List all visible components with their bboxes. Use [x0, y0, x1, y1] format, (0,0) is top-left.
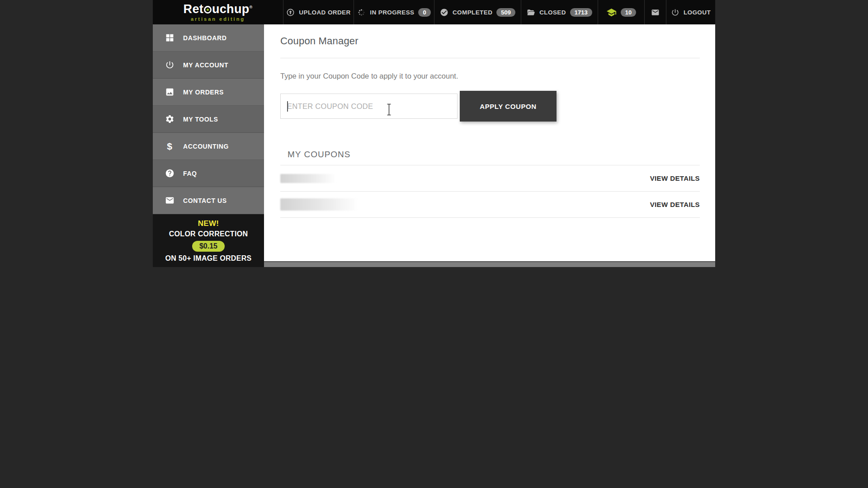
my-coupons-title: MY COUPONS: [280, 150, 700, 160]
check-circle-icon: [440, 8, 448, 17]
upload-circle-icon: [286, 8, 295, 17]
completed-count-badge: 509: [496, 8, 515, 17]
coupon-form: APPLY COUPON: [280, 91, 700, 122]
rewards-count-badge: 10: [621, 8, 636, 17]
coupon-row: VIEW DETAILS: [280, 165, 700, 192]
brand-logo[interactable]: Retuchup® artisan editing: [153, 0, 283, 24]
gear-icon: [165, 114, 175, 124]
brand-wordmark: Retuchup®: [184, 3, 253, 15]
sidebar-item-faq[interactable]: FAQ: [153, 160, 264, 187]
nav-in-progress-label: IN PROGRESS: [370, 9, 414, 16]
content-column: Coupon Manager Type in your Coupon Code …: [264, 24, 715, 267]
coupon-code-input[interactable]: [280, 94, 458, 119]
redacted-coupon-name: [280, 198, 359, 211]
envelope-icon: [651, 8, 660, 17]
redacted-coupon-name: [280, 174, 336, 183]
nav-completed[interactable]: COMPLETED 509: [434, 0, 521, 24]
nav-logout[interactable]: LOGOUT: [666, 0, 715, 24]
view-details-link[interactable]: VIEW DETAILS: [650, 201, 700, 208]
view-details-link[interactable]: VIEW DETAILS: [650, 174, 700, 182]
sidebar: DASHBOARD MY ACCOUNT MY ORDERS MY TOOLS: [153, 24, 264, 267]
coupon-instruction-text: Type in your Coupon Code to apply it to …: [280, 72, 700, 80]
nav-upload-order-label: UPLOAD ORDER: [299, 9, 350, 16]
nav-rewards[interactable]: 10: [598, 0, 644, 24]
coupon-manager-page: Coupon Manager Type in your Coupon Code …: [264, 24, 715, 261]
sidebar-item-my-account[interactable]: MY ACCOUNT: [153, 52, 264, 79]
main-area: DASHBOARD MY ACCOUNT MY ORDERS MY TOOLS: [153, 24, 715, 267]
sidebar-item-my-orders[interactable]: MY ORDERS: [153, 79, 264, 106]
coupon-row: VIEW DETAILS: [280, 192, 700, 218]
graduation-cap-icon: [606, 7, 617, 18]
brand-tagline: artisan editing: [191, 16, 245, 22]
help-circle-icon: [165, 169, 175, 178]
dollar-icon: $: [165, 141, 175, 151]
sidebar-item-dashboard[interactable]: DASHBOARD: [153, 24, 264, 52]
promo-new-label: NEW!: [198, 219, 219, 228]
closed-count-badge: 1713: [570, 8, 592, 17]
photo-icon: [165, 87, 175, 97]
divider: [280, 58, 700, 58]
nav-logout-label: LOGOUT: [684, 9, 711, 16]
page-background: { "navbar": { "logo": { "brand": "Retouc…: [0, 0, 868, 488]
power-icon: [671, 8, 679, 17]
sidebar-item-label: DASHBOARD: [183, 34, 226, 42]
top-navbar: Retuchup® artisan editing UPLOAD ORDER I…: [153, 0, 715, 24]
grid-icon: [165, 33, 175, 42]
sidebar-item-label: MY TOOLS: [183, 116, 218, 123]
power-icon: [165, 60, 175, 70]
nav-closed-label: CLOSED: [539, 9, 566, 16]
promo-title: COLOR CORRECTION: [169, 230, 248, 238]
folder-open-icon: [527, 8, 535, 17]
app-window: Retuchup® artisan editing UPLOAD ORDER I…: [153, 0, 715, 267]
page-title: Coupon Manager: [280, 35, 700, 47]
sidebar-item-label: MY ORDERS: [183, 89, 224, 96]
sidebar-item-contact-us[interactable]: CONTACT US: [153, 187, 264, 214]
lens-icon: [204, 6, 212, 14]
text-caret: [287, 101, 288, 112]
apply-coupon-button[interactable]: APPLY COUPON: [460, 91, 557, 122]
promo-subtitle: ON 50+ IMAGE ORDERS: [165, 254, 251, 263]
my-coupons-section: MY COUPONS VIEW DETAILS VIEW DETAILS: [280, 150, 700, 218]
nav-in-progress[interactable]: IN PROGRESS 0: [354, 0, 434, 24]
horizontal-scrollbar[interactable]: [264, 261, 715, 267]
sidebar-item-accounting[interactable]: $ ACCOUNTING: [153, 133, 264, 160]
in-progress-count-badge: 0: [418, 8, 430, 17]
nav-closed[interactable]: CLOSED 1713: [521, 0, 598, 24]
sidebar-item-label: MY ACCOUNT: [183, 61, 228, 69]
promo-price-pill: $0.15: [192, 241, 225, 252]
spinner-icon: [357, 8, 366, 17]
promo-banner: NEW! COLOR CORRECTION $0.15 ON 50+ IMAGE…: [153, 214, 264, 267]
sidebar-item-label: ACCOUNTING: [183, 143, 229, 150]
sidebar-item-my-tools[interactable]: MY TOOLS: [153, 106, 264, 133]
nav-messages[interactable]: [644, 0, 666, 24]
sidebar-item-label: FAQ: [183, 170, 197, 177]
nav-completed-label: COMPLETED: [453, 9, 492, 16]
sidebar-item-label: CONTACT US: [183, 197, 227, 204]
nav-upload-order[interactable]: UPLOAD ORDER: [283, 0, 354, 24]
envelope-icon: [165, 196, 175, 205]
